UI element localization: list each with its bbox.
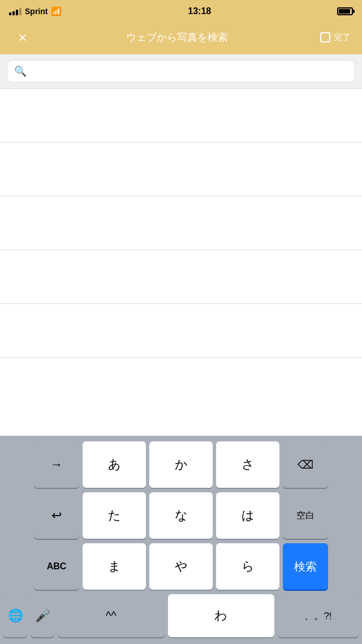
keyboard-row-3: ABC ま や ら 検索: [3, 543, 359, 590]
key-abc[interactable]: ABC: [34, 543, 79, 590]
key-ya[interactable]: や: [149, 543, 213, 590]
key-small-tsu[interactable]: ^^: [58, 594, 164, 637]
key-ha[interactable]: は: [216, 492, 279, 539]
content-row-2: [0, 143, 362, 196]
battery-icon: [337, 7, 353, 15]
close-button[interactable]: ×: [11, 29, 34, 46]
globe-icon: 🌐: [8, 608, 23, 623]
delete-key[interactable]: ⌫: [283, 441, 328, 488]
mic-icon: 🎤: [35, 608, 50, 623]
keyboard-row-1: → あ か さ ⌫: [3, 441, 359, 488]
signal-bars: [9, 7, 21, 15]
key-wa[interactable]: わ: [168, 594, 274, 637]
keyboard: → あ か さ ⌫ ↩ た な は 空白 ABC ま や ら 検索 🌐 🎤 ^^…: [0, 436, 362, 644]
key-return[interactable]: ↩: [34, 492, 79, 539]
key-na[interactable]: な: [149, 492, 213, 539]
keyboard-row-4: 🌐 🎤 ^^ わ 、。?!: [3, 594, 359, 637]
key-ra[interactable]: ら: [216, 543, 279, 590]
search-bar[interactable]: 🔍: [7, 60, 355, 83]
globe-key[interactable]: 🌐: [3, 594, 27, 637]
keyboard-row-2: ↩ た な は 空白: [3, 492, 359, 539]
key-ka[interactable]: か: [149, 441, 213, 488]
key-ma[interactable]: ま: [83, 543, 146, 590]
done-area[interactable]: 完了: [320, 32, 351, 43]
wifi-icon: 📶: [51, 6, 62, 16]
nav-title: ウェブから写真を検索: [34, 31, 320, 44]
search-container: 🔍: [0, 54, 362, 89]
key-ta[interactable]: た: [83, 492, 146, 539]
done-label[interactable]: 完了: [334, 32, 351, 43]
carrier-label: Sprint: [25, 7, 48, 16]
search-icon: 🔍: [14, 65, 27, 78]
key-tab[interactable]: →: [34, 441, 79, 488]
status-left: Sprint 📶: [9, 6, 62, 16]
key-punctuation[interactable]: 、。?!: [278, 594, 359, 637]
content-area: [0, 89, 362, 358]
content-row-5: [0, 304, 362, 358]
battery-container: [337, 7, 353, 15]
status-bar: Sprint 📶 13:18: [0, 0, 362, 23]
nav-bar: × ウェブから写真を検索 完了: [0, 23, 362, 54]
search-key[interactable]: 検索: [283, 543, 328, 590]
key-sa[interactable]: さ: [216, 441, 279, 488]
key-a[interactable]: あ: [83, 441, 146, 488]
mic-key[interactable]: 🎤: [31, 594, 54, 637]
key-space[interactable]: 空白: [283, 492, 328, 539]
checkbox-icon[interactable]: [320, 32, 330, 42]
content-row-3: [0, 196, 362, 250]
content-row-1: [0, 89, 362, 143]
time-label: 13:18: [188, 6, 211, 16]
search-input[interactable]: [31, 66, 348, 77]
content-row-4: [0, 250, 362, 304]
